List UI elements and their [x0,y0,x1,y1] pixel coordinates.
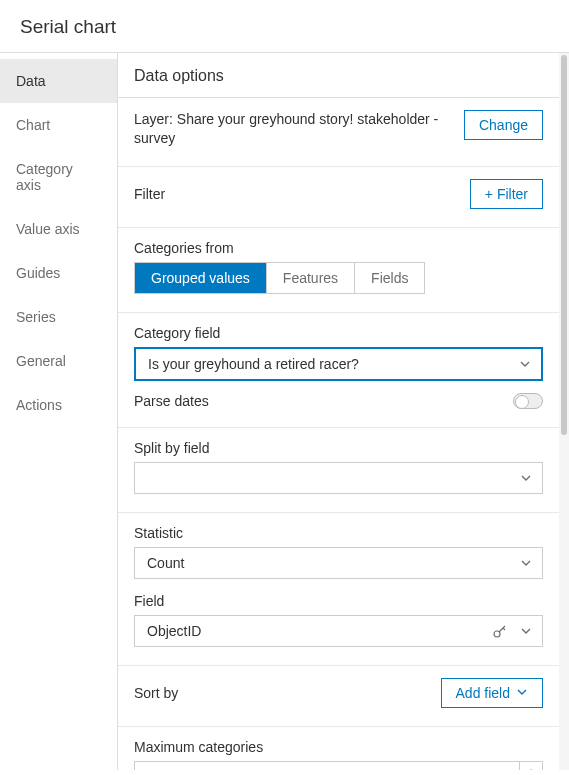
segment-grouped-values[interactable]: Grouped values [135,263,267,293]
split-by-label: Split by field [134,440,543,456]
add-sort-field-button[interactable]: Add field [441,678,543,708]
sidebar-item-series[interactable]: Series [0,295,117,339]
section-statistic: Statistic Count Field ObjectID [118,512,559,665]
section-category-field: Category field Is your greyhound a retir… [118,312,559,427]
statistic-value: Count [147,555,184,571]
change-layer-button[interactable]: Change [464,110,543,140]
layer-text: Layer: Share your greyhound story! stake… [134,110,452,148]
chevron-down-icon [520,557,532,569]
chevron-down-icon [516,685,528,701]
category-field-label: Category field [134,325,543,341]
number-spinner [519,761,543,770]
categories-from-label: Categories from [134,240,543,256]
chevron-down-icon [520,625,532,637]
split-by-select[interactable] [134,462,543,494]
panel-header: Serial chart [0,0,569,53]
chevron-down-icon [519,358,531,370]
section-max-categories: Maximum categories [118,726,559,770]
sidebar: Data Chart Category axis Value axis Guid… [0,53,118,770]
chevron-up-icon [526,762,536,770]
category-field-value: Is your greyhound a retired racer? [148,356,359,372]
section-sort-by: Sort by Add field [118,665,559,726]
section-layer: Layer: Share your greyhound story! stake… [118,97,559,166]
sidebar-item-actions[interactable]: Actions [0,383,117,427]
max-categories-label: Maximum categories [134,739,543,755]
content-wrap: Data options Layer: Share your greyhound… [118,53,569,770]
segment-fields[interactable]: Fields [355,263,424,293]
sidebar-item-value-axis[interactable]: Value axis [0,207,117,251]
sidebar-item-category-axis[interactable]: Category axis [0,147,117,207]
sidebar-item-chart[interactable]: Chart [0,103,117,147]
parse-dates-toggle[interactable] [513,393,543,409]
section-split-by: Split by field [118,427,559,512]
filter-label: Filter [134,186,165,202]
parse-dates-label: Parse dates [134,393,209,409]
sidebar-item-data[interactable]: Data [0,59,117,103]
panel-body: Data Chart Category axis Value axis Guid… [0,53,569,770]
field-value: ObjectID [147,623,201,639]
sort-by-label: Sort by [134,685,178,701]
segment-features[interactable]: Features [267,263,355,293]
sidebar-item-general[interactable]: General [0,339,117,383]
field-select[interactable]: ObjectID [134,615,543,647]
content-title: Data options [118,53,559,97]
scrollbar[interactable] [559,53,569,770]
category-field-select[interactable]: Is your greyhound a retired racer? [134,347,543,381]
key-icon [492,623,508,639]
scrollbar-thumb[interactable] [561,55,567,435]
content: Data options Layer: Share your greyhound… [118,53,559,770]
field-label: Field [134,593,543,609]
section-categories-from: Categories from Grouped values Features … [118,227,559,312]
statistic-select[interactable]: Count [134,547,543,579]
categories-from-segment: Grouped values Features Fields [134,262,425,294]
add-filter-button[interactable]: + Filter [470,179,543,209]
statistic-label: Statistic [134,525,543,541]
section-filter: Filter + Filter [118,166,559,227]
spin-up-button[interactable] [520,762,542,770]
max-categories-input[interactable] [134,761,519,770]
chevron-down-icon [520,472,532,484]
panel-title: Serial chart [20,16,116,37]
sidebar-item-guides[interactable]: Guides [0,251,117,295]
